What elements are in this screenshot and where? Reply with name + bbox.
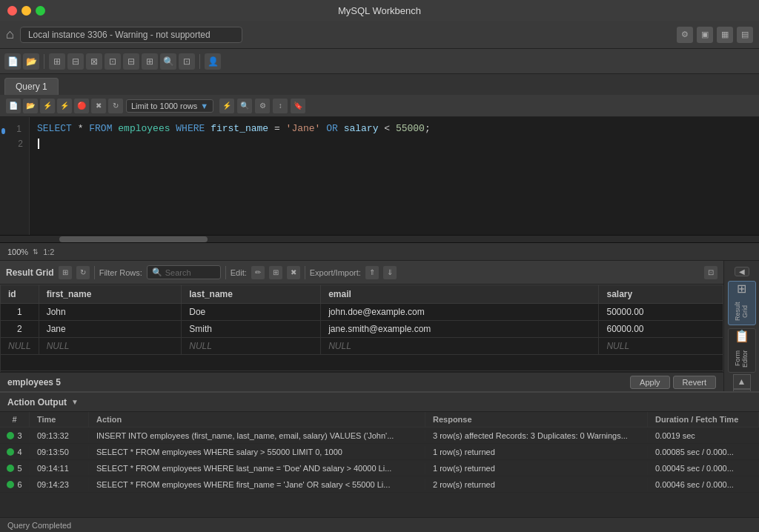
trigger-icon[interactable]: ⊡ <box>179 53 195 70</box>
ao-td-action-5: SELECT * FROM employees WHERE last_name … <box>89 462 425 474</box>
search-icon-small: 🔍 <box>152 267 162 277</box>
nav-icons: ⚙ ▣ ▦ ▤ <box>677 27 753 43</box>
scroll-thumb[interactable] <box>59 236 208 242</box>
sql-line-2 <box>37 136 752 151</box>
table-tab-label[interactable]: employees 5 <box>7 377 61 388</box>
limit-arrow-icon: ▼ <box>200 102 208 110</box>
sql-editor-toolbar: 📄 📂 ⚡ ⚡ 🔴 ✖ ↻ Limit to 1000 rows ▼ ⚡ 🔍 ⚙… <box>0 95 759 117</box>
ao-td-num-3: 3 <box>0 430 30 442</box>
cell-id-1: 1 <box>1 304 39 321</box>
export-label: Export/Import: <box>310 268 361 277</box>
table-row[interactable]: 1 John Doe john.doe@example.com 50000.00 <box>1 304 723 321</box>
export-icon1[interactable]: ⇑ <box>365 266 379 279</box>
form-editor-side-btn[interactable]: 📋 Form Editor <box>728 328 756 373</box>
layout-icon[interactable]: ▣ <box>697 27 713 43</box>
nav-bar: ⌂ Local instance 3306 - Warning - not su… <box>0 21 759 49</box>
revert-button[interactable]: Revert <box>673 376 716 389</box>
ao-row-3[interactable]: 3 09:13:32 INSERT INTO employees (first_… <box>0 428 759 444</box>
limit-label: Limit to 1000 rows <box>131 102 197 110</box>
col-header-last-name: last_name <box>182 285 321 304</box>
window-controls <box>7 6 45 16</box>
refresh-grid-icon[interactable]: ↻ <box>76 266 90 279</box>
view-icon[interactable]: ▦ <box>717 27 733 43</box>
edit-icon2[interactable]: ⊞ <box>269 266 282 279</box>
ao-td-duration-3: 0.0019 sec <box>648 430 759 442</box>
cell-lname-null: NULL <box>182 338 321 355</box>
zoom-value: 100% <box>7 247 28 256</box>
maximize-button[interactable] <box>36 6 45 16</box>
form-editor-side-icon: 📋 <box>735 329 749 343</box>
grid-icon[interactable]: ⊞ <box>59 266 72 279</box>
ao-row-6[interactable]: 6 09:14:23 SELECT * FROM employees WHERE… <box>0 476 759 493</box>
ao-num-3: 3 <box>17 431 21 440</box>
close-button[interactable] <box>7 6 17 16</box>
zoom-spinner-icon[interactable]: ⇅ <box>33 248 39 256</box>
execute-icon[interactable]: ⚡ <box>219 99 234 113</box>
ao-row-4[interactable]: 4 09:13:50 SELECT * FROM employees WHERE… <box>0 444 759 460</box>
sql-content[interactable]: SELECT * FROM employees WHERE first_name… <box>30 117 759 235</box>
fullscreen-icon[interactable]: ⊡ <box>704 266 717 279</box>
main-content: Result Grid ⊞ ↻ Filter Rows: 🔍 Search Ed… <box>0 261 759 391</box>
save-query-icon[interactable]: ⚡ <box>40 99 55 113</box>
data-table[interactable]: sqlguru.org id first_name last_name emai… <box>0 285 723 372</box>
inspect-icon[interactable]: 🔍 <box>160 53 176 70</box>
ao-th-response: Response <box>425 412 648 427</box>
nav-up-button[interactable]: ▲ <box>733 374 751 389</box>
create-schema-icon[interactable]: ⊞ <box>49 53 65 70</box>
ao-td-action-4: SELECT * FROM employees WHERE salary > 5… <box>89 446 425 458</box>
table-row-null[interactable]: NULL NULL NULL NULL NULL <box>1 338 723 355</box>
action-output-arrow[interactable]: ▼ <box>71 398 79 406</box>
open-icon[interactable]: 📂 <box>23 53 39 70</box>
collapse-arrow[interactable]: ◀ <box>735 267 749 276</box>
table-row-empty-2[interactable] <box>1 371 723 373</box>
stop-query-icon[interactable]: 🔴 <box>74 99 89 113</box>
apply-button[interactable]: Apply <box>630 376 670 389</box>
search-icon[interactable]: 🔍 <box>237 99 252 113</box>
main-toolbar: 📄 📂 ⊞ ⊟ ⊠ ⊡ ⊟ ⊞ 🔍 ⊡ 👤 <box>0 49 759 74</box>
settings2-icon[interactable]: ⚙ <box>255 99 270 113</box>
result-grid-side-btn[interactable]: ⊞ Result Grid <box>728 281 756 325</box>
close-query-icon[interactable]: ✖ <box>91 99 106 113</box>
title-bar: MySQL Workbench <box>0 0 759 21</box>
ao-td-duration-5: 0.00045 sec / 0.000... <box>648 462 759 474</box>
cell-email-null: NULL <box>321 338 599 355</box>
table-row-empty-1[interactable] <box>1 355 723 371</box>
ao-td-num-5: 5 <box>0 462 30 474</box>
ao-td-duration-6: 0.00046 sec / 0.000... <box>648 479 759 491</box>
new-file-icon[interactable]: 📄 <box>4 53 21 70</box>
create-proc-icon[interactable]: ⊟ <box>123 53 139 70</box>
create-table-icon[interactable]: ⊠ <box>86 53 102 70</box>
edit-icon3[interactable]: ✖ <box>287 266 300 279</box>
export-icon2[interactable]: ⇓ <box>383 266 397 279</box>
result-grid-side-label: Result Grid <box>735 298 749 325</box>
create-view-icon[interactable]: ⊡ <box>105 53 121 70</box>
scroll-area[interactable] <box>0 236 759 243</box>
search-box[interactable]: 🔍 Search <box>147 265 221 279</box>
bookmark-icon[interactable]: 🔖 <box>291 99 305 113</box>
user-icon[interactable]: 👤 <box>205 53 221 70</box>
ao-td-time-4: 09:13:50 <box>30 446 89 458</box>
cell-lname-2: Smith <box>182 321 321 338</box>
query-tab-1[interactable]: Query 1 <box>4 78 59 95</box>
run-query-icon[interactable]: ⚡ <box>57 99 72 113</box>
col-header-first-name: first_name <box>39 285 182 304</box>
home-icon[interactable]: ⌂ <box>6 27 14 42</box>
cell-fname-1: John <box>39 304 182 321</box>
status-bar: Query Completed <box>0 517 759 532</box>
ao-row-5[interactable]: 5 09:14:11 SELECT * FROM employees WHERE… <box>0 460 759 476</box>
create-func-icon[interactable]: ⊞ <box>142 53 158 70</box>
side-panel: ◀ ⊞ Result Grid 📋 Form Editor ▲ ▼ <box>723 261 759 391</box>
panel-icon[interactable]: ▤ <box>737 27 753 43</box>
format-icon[interactable]: ↕ <box>273 99 288 113</box>
ao-td-response-6: 2 row(s) returned <box>425 479 648 491</box>
edit-icon1[interactable]: ✏ <box>251 266 265 279</box>
limit-select[interactable]: Limit to 1000 rows ▼ <box>126 99 213 113</box>
edit-label: Edit: <box>231 268 247 277</box>
open-query-icon[interactable]: 📂 <box>23 99 38 113</box>
minimize-button[interactable] <box>21 6 31 16</box>
new-query-icon[interactable]: 📄 <box>6 99 21 113</box>
refresh-icon[interactable]: ↻ <box>108 99 123 113</box>
settings-icon[interactable]: ⚙ <box>677 27 693 43</box>
table-row[interactable]: 2 Jane Smith jane.smith@example.com 6000… <box>1 321 723 338</box>
alter-table-icon[interactable]: ⊟ <box>67 53 84 70</box>
